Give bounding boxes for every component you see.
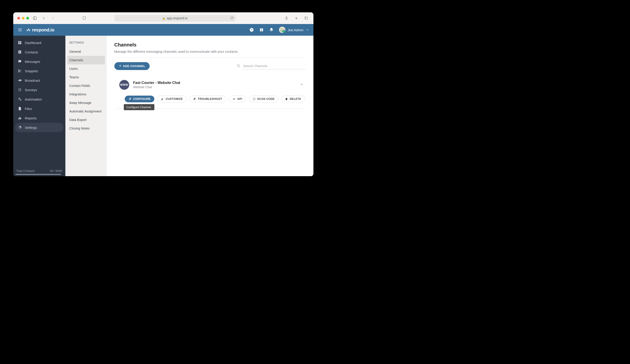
trash-icon [285, 97, 288, 101]
primary-sidebar: Dashboard Contacts Messages Snippets Bro… [13, 36, 66, 176]
sidebar-toggle-icon[interactable] [32, 15, 38, 21]
back-button[interactable] [41, 15, 47, 21]
nav-reports[interactable]: Reports [13, 113, 66, 123]
svg-rect-37 [235, 99, 235, 99]
troubleshoot-button[interactable]: TROUBLESHOOT [189, 96, 226, 102]
nav-automation[interactable]: Automation [13, 94, 66, 104]
total-contacts-value: 30 / 5000 [50, 169, 62, 173]
hamburger-menu-button[interactable] [18, 28, 22, 32]
settings-nav-teams[interactable]: Teams [67, 73, 105, 81]
browser-chrome: 🔒 app.respond.io [13, 12, 314, 24]
delete-button[interactable]: DELETE [281, 96, 305, 102]
lock-icon: 🔒 [162, 17, 165, 20]
docs-icon[interactable] [259, 28, 264, 32]
url-bar[interactable]: 🔒 app.respond.io [114, 15, 236, 21]
svg-rect-12 [20, 42, 21, 44]
nav-dashboard[interactable]: Dashboard [13, 38, 66, 47]
traffic-lights [17, 17, 29, 19]
nav-contacts[interactable]: Contacts [13, 47, 66, 57]
settings-nav-away-message[interactable]: Away Message [67, 99, 105, 107]
svg-text:?: ? [251, 28, 252, 31]
nav-snippets[interactable]: Snippets [13, 66, 66, 76]
app-body: Dashboard Contacts Messages Snippets Bro… [13, 36, 314, 176]
share-icon[interactable] [283, 15, 290, 21]
svg-rect-28 [18, 118, 19, 119]
settings-nav-general[interactable]: General [67, 47, 105, 56]
contacts-icon [18, 50, 22, 54]
nav-label: Settings [25, 126, 37, 130]
nav-settings[interactable]: Settings [15, 123, 64, 132]
nav-label: Snippets [25, 69, 38, 73]
settings-sidebar-title: SETTINGS [67, 41, 105, 47]
nav-broadcast[interactable]: Broadcast [13, 76, 66, 85]
scan-code-button[interactable]: SCAN CODE [249, 96, 278, 102]
automation-icon [18, 97, 22, 101]
main-content: Channels Manage the different messaging … [107, 36, 314, 176]
logo[interactable]: respond.io [26, 27, 54, 32]
reload-icon[interactable] [230, 16, 234, 20]
svg-point-26 [18, 98, 20, 99]
customize-button[interactable]: CUSTOMIZE [157, 96, 186, 102]
settings-nav-channels[interactable]: Channels [67, 56, 105, 64]
messages-icon [18, 59, 22, 63]
nav-messages[interactable]: Messages [13, 57, 66, 66]
reports-icon [18, 116, 22, 120]
topbar: respond.io ? Joe Admin [13, 24, 314, 36]
action-label: API [237, 97, 242, 101]
search-icon [236, 64, 241, 69]
key-icon [232, 97, 236, 101]
browser-window: 🔒 app.respond.io [13, 12, 314, 176]
tabs-icon[interactable] [303, 15, 310, 21]
settings-nav-automatic-assignment[interactable]: Automatic Assignment [67, 107, 105, 116]
settings-nav-closing-notes[interactable]: Closing Notes [67, 124, 105, 133]
username: Joe Admin [288, 28, 303, 32]
contacts-progress [16, 174, 63, 175]
url-text: app.respond.io [167, 16, 188, 20]
maximize-window-button[interactable] [26, 17, 29, 19]
channel-name: Fast Courier - Website Chat [133, 81, 296, 85]
nav-files[interactable]: Files [13, 104, 66, 113]
close-window-button[interactable] [17, 17, 20, 19]
svg-rect-13 [18, 43, 20, 44]
page-subtitle: Manage the different messaging channels … [114, 50, 306, 53]
configure-tooltip: Configure Channel. [124, 104, 154, 110]
forward-button[interactable] [50, 15, 56, 21]
minimize-window-button[interactable] [22, 17, 24, 19]
nav-surveys[interactable]: Surveys [13, 85, 66, 94]
new-tab-icon[interactable] [293, 15, 300, 21]
svg-rect-4 [305, 17, 308, 19]
action-label: CUSTOMIZE [166, 97, 183, 101]
search-input[interactable] [243, 63, 306, 69]
svg-rect-29 [19, 117, 20, 120]
help-icon[interactable]: ? [250, 28, 254, 32]
svg-rect-30 [20, 118, 21, 119]
api-button[interactable]: API [229, 96, 246, 102]
settings-nav-contact-fields[interactable]: Contact Fields [67, 81, 105, 90]
settings-nav-integrations[interactable]: Integrations [67, 90, 105, 99]
action-label: CONFIGURE [133, 97, 151, 101]
channel-header[interactable]: WWW Fast Courier - Website Chat Website … [114, 78, 306, 96]
toolbar: ADD CHANNEL [114, 62, 306, 70]
page-title: Channels [114, 42, 306, 48]
nav-label: Files [25, 107, 32, 111]
svg-point-38 [254, 99, 254, 99]
nav-label: Messages [25, 60, 40, 63]
nav-label: Broadcast [25, 79, 40, 82]
settings-nav-users[interactable]: Users [67, 64, 105, 73]
svg-point-15 [19, 51, 20, 52]
collapse-icon[interactable] [300, 83, 304, 87]
channel-actions: CONFIGURE CUSTOMIZE TROUBLESHOOT API [114, 96, 306, 102]
add-channel-label: ADD CHANNEL [123, 64, 145, 68]
channel-card: WWW Fast Courier - Website Chat Website … [114, 78, 306, 113]
notifications-icon[interactable] [269, 28, 274, 32]
svg-point-27 [20, 100, 21, 101]
configure-button[interactable]: CONFIGURE [125, 96, 154, 102]
files-icon [18, 107, 22, 111]
shield-icon[interactable] [81, 15, 88, 21]
action-label: SCAN CODE [257, 97, 275, 101]
logo-mark-icon [26, 27, 31, 32]
settings-nav-data-export[interactable]: Data Export [67, 116, 105, 124]
user-menu[interactable]: Joe Admin [279, 27, 309, 33]
add-channel-button[interactable]: ADD CHANNEL [114, 62, 150, 70]
search-channels [236, 63, 306, 69]
